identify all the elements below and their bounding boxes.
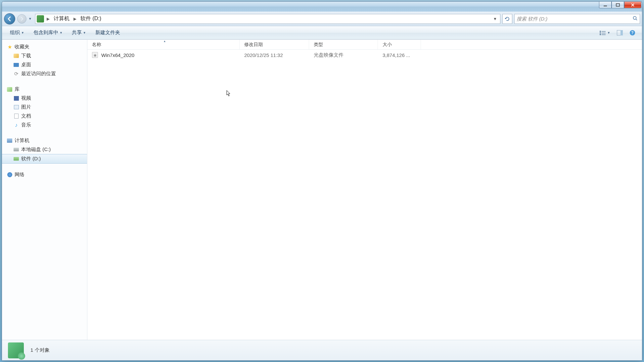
include-label: 包含到库中	[33, 29, 58, 36]
drive-icon	[37, 15, 44, 23]
file-name: Win7x64_2020	[101, 52, 134, 58]
chevron-down-icon: ▼	[83, 31, 86, 34]
organize-button[interactable]: 组织 ▼	[6, 28, 28, 37]
include-in-library-button[interactable]: 包含到库中 ▼	[29, 28, 67, 37]
view-options-button[interactable]: ▼	[597, 29, 613, 37]
column-header-size[interactable]: 大小	[378, 40, 421, 49]
new-folder-button[interactable]: 新建文件夹	[91, 28, 124, 37]
column-headers: 名称 ▲ 修改日期 类型 大小	[87, 40, 642, 50]
sidebar-item-label: 下载	[21, 53, 31, 59]
command-bar: 组织 ▼ 包含到库中 ▼ 共享 ▼ 新建文件夹 ▼	[2, 26, 642, 39]
file-type: 光盘映像文件	[309, 52, 378, 58]
svg-rect-5	[600, 32, 601, 33]
sidebar-item-drive-c[interactable]: 本地磁盘 (C:)	[2, 145, 87, 154]
file-list-area: 名称 ▲ 修改日期 类型 大小 ◉ Win7x64_2020	[87, 40, 642, 340]
preview-pane-button[interactable]	[614, 29, 625, 37]
status-item-count: 1 个对象	[30, 347, 50, 353]
svg-rect-3	[600, 31, 601, 32]
sidebar-item-label: 最近访问的位置	[21, 71, 56, 77]
column-label: 类型	[314, 42, 323, 48]
chevron-down-icon: ▼	[21, 31, 24, 34]
svg-point-2	[633, 16, 636, 19]
sidebar-item-label: 图片	[21, 104, 31, 110]
search-icon[interactable]	[632, 16, 638, 22]
svg-text:?: ?	[631, 30, 633, 35]
sidebar-favorites[interactable]: ★ 收藏夹	[2, 42, 87, 51]
sidebar-computer[interactable]: 计算机	[2, 136, 87, 145]
svg-rect-6	[602, 33, 606, 33]
sidebar-item-label: 桌面	[21, 62, 31, 68]
svg-rect-4	[602, 31, 606, 32]
music-icon: ♪	[13, 122, 19, 128]
titlebar[interactable]	[2, 2, 642, 12]
folder-icon	[13, 53, 19, 59]
address-bar[interactable]: ▶ 计算机 ▶ 软件 (D:) ▼	[35, 14, 500, 24]
close-button[interactable]	[624, 2, 641, 8]
sidebar-item-label: 音乐	[21, 122, 31, 128]
sidebar-item-label: 本地磁盘 (C:)	[21, 146, 51, 153]
sidebar-item-label: 库	[15, 86, 20, 92]
breadcrumb-drive-d[interactable]: 软件 (D:)	[78, 15, 104, 23]
network-icon	[7, 172, 13, 178]
search-box[interactable]	[514, 14, 640, 24]
sidebar-item-recent[interactable]: ⟳ 最近访问的位置	[2, 69, 87, 78]
sidebar-item-music[interactable]: ♪ 音乐	[2, 121, 87, 129]
refresh-button[interactable]	[502, 14, 512, 24]
column-label: 名称	[92, 42, 101, 48]
sidebar-item-video[interactable]: 视频	[2, 94, 87, 103]
sidebar-network[interactable]: 网络	[2, 170, 87, 179]
details-pane: 1 个对象	[2, 340, 642, 360]
recent-icon: ⟳	[13, 71, 19, 77]
sidebar-item-pictures[interactable]: 图片	[2, 103, 87, 112]
forward-button[interactable]	[17, 14, 26, 24]
sidebar-item-downloads[interactable]: 下载	[2, 51, 87, 60]
drive-large-icon	[8, 342, 24, 358]
file-row[interactable]: ◉ Win7x64_2020 2020/12/25 11:32 光盘映像文件 3…	[87, 50, 642, 60]
iso-file-icon: ◉	[92, 52, 98, 58]
help-icon: ?	[629, 30, 635, 36]
computer-icon	[7, 138, 13, 144]
help-button[interactable]: ?	[627, 28, 638, 37]
minimize-button[interactable]	[599, 2, 612, 8]
file-size: 3,874,126 ...	[378, 52, 421, 58]
svg-rect-10	[621, 30, 623, 35]
share-button[interactable]: 共享 ▼	[68, 28, 90, 37]
column-label: 大小	[383, 42, 392, 48]
sort-indicator-icon: ▲	[163, 40, 166, 43]
back-button[interactable]	[4, 13, 15, 25]
search-input[interactable]	[517, 16, 632, 22]
sidebar-item-label: 软件 (D:)	[21, 156, 41, 162]
sidebar-item-desktop[interactable]: 桌面	[2, 60, 87, 69]
address-dropdown[interactable]: ▼	[491, 17, 499, 21]
desktop-icon	[13, 62, 19, 68]
sidebar-item-label: 视频	[21, 95, 31, 101]
maximize-button[interactable]	[612, 2, 624, 8]
drive-icon	[13, 147, 19, 153]
navigation-bar: ▼ ▶ 计算机 ▶ 软件 (D:) ▼	[2, 12, 642, 26]
svg-rect-1	[616, 4, 620, 6]
column-header-name[interactable]: 名称 ▲	[87, 40, 240, 49]
video-icon	[13, 95, 19, 101]
svg-rect-8	[602, 34, 606, 35]
svg-rect-0	[604, 6, 607, 6]
breadcrumb-chevron-1[interactable]: ▶	[72, 17, 78, 21]
breadcrumb-computer[interactable]: 计算机	[51, 15, 72, 23]
sidebar-libraries[interactable]: 库	[2, 85, 87, 94]
sidebar-item-label: 计算机	[15, 137, 29, 144]
organize-label: 组织	[10, 29, 20, 36]
column-label: 修改日期	[244, 42, 263, 48]
sidebar-item-label: 网络	[15, 172, 24, 178]
preview-pane-icon	[617, 30, 623, 35]
explorer-window: ▼ ▶ 计算机 ▶ 软件 (D:) ▼ 组织 ▼ 包含到库中 ▼	[2, 1, 642, 361]
column-header-date[interactable]: 修改日期	[240, 40, 309, 49]
history-dropdown[interactable]: ▼	[28, 17, 33, 21]
breadcrumb-root-chevron[interactable]: ▶	[45, 17, 51, 21]
list-view-icon	[600, 30, 606, 35]
chevron-down-icon: ▼	[60, 31, 63, 34]
sidebar-item-documents[interactable]: 文档	[2, 112, 87, 121]
column-header-type[interactable]: 类型	[309, 40, 378, 49]
picture-icon	[13, 104, 19, 110]
chevron-down-icon: ▼	[607, 31, 610, 34]
new-folder-label: 新建文件夹	[95, 29, 120, 36]
sidebar-item-drive-d[interactable]: 软件 (D:)	[2, 154, 87, 164]
